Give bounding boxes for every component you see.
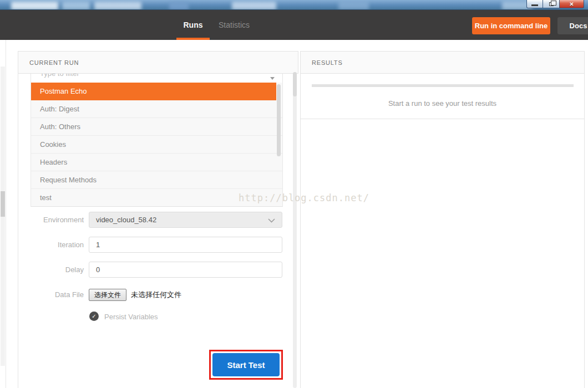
persist-variables-label: Persist Variables — [104, 313, 158, 321]
collection-item-label: Postman Echo — [40, 87, 87, 95]
results-section-divider — [301, 119, 584, 119]
collection-list-item[interactable]: Auth: Digest — [31, 100, 282, 118]
run-in-command-line-button[interactable]: Run in command line — [472, 17, 550, 34]
data-file-label: Data File — [18, 290, 84, 299]
close-button[interactable]: ✕ — [560, 0, 584, 8]
iteration-label: Iteration — [18, 241, 84, 249]
environment-label: Environment — [18, 216, 84, 224]
collection-list-item[interactable]: Postman Echo — [31, 83, 276, 100]
collection-list-scrollbar-thumb[interactable] — [277, 84, 281, 156]
collection-list-item[interactable]: Cookies — [31, 136, 282, 154]
persist-variables-checkbox[interactable]: ✓ — [89, 312, 99, 321]
data-file-row: 选择文件 未选择任何文件 — [89, 289, 181, 301]
restore-icon — [549, 2, 554, 6]
restore-button[interactable] — [543, 0, 560, 8]
window-controls: ✕ — [526, 0, 584, 8]
panel-scrollbar-thumb[interactable] — [293, 72, 297, 96]
tab-statistics[interactable]: Statistics — [215, 10, 253, 40]
collection-list-item[interactable]: Auth: Others — [31, 118, 282, 136]
collection-list-item[interactable]: Headers — [31, 154, 282, 171]
collection-filter-placeholder: Type to filter — [31, 74, 282, 82]
collection-list-item[interactable]: Request Methods — [31, 171, 282, 189]
environment-value: video_cloud_58.42 — [96, 216, 156, 224]
chevron-down-icon — [268, 218, 275, 223]
page-left-edge — [0, 40, 6, 388]
collection-item-label: Auth: Others — [40, 122, 80, 131]
results-empty-message: Start a run to see your test results — [301, 99, 584, 108]
file-status-text: 未选择任何文件 — [131, 290, 181, 300]
blurred-browser-tab — [169, 2, 189, 10]
collection-filter-input[interactable]: Type to filter — [31, 74, 283, 83]
results-progress-bar — [312, 84, 574, 87]
csdn-watermark: http://blog.csdn.net/ — [239, 192, 369, 203]
blurred-browser-tab — [62, 2, 90, 10]
collection-item-label: Cookies — [40, 140, 66, 149]
collection-item-label: Auth: Digest — [40, 105, 79, 113]
close-icon: ✕ — [569, 1, 574, 7]
browser-titlebar: ✕ — [0, 0, 588, 10]
docs-button[interactable]: Docs — [557, 17, 588, 34]
page-left-divider — [6, 40, 6, 388]
page-scrollbar-thumb[interactable] — [1, 191, 5, 217]
blurred-browser-tab — [94, 2, 141, 10]
start-test-highlight-box: Start Test — [209, 350, 283, 380]
iteration-input[interactable] — [89, 237, 282, 253]
blurred-browser-tab — [232, 2, 276, 10]
results-panel-title: RESULTS — [300, 51, 585, 74]
blurred-browser-tab — [11, 2, 58, 10]
app-header: Runs Statistics Run in command line Docs — [0, 10, 588, 40]
collection-item-label: Headers — [40, 158, 67, 166]
blurred-browser-tab — [338, 2, 369, 10]
check-icon: ✓ — [92, 313, 96, 319]
results-panel-border-right — [584, 51, 585, 388]
collection-item-label: test — [40, 193, 52, 202]
delay-input[interactable] — [89, 262, 282, 278]
collection-list: Postman Echo Auth: Digest Auth: Others C… — [31, 83, 283, 207]
environment-select[interactable]: video_cloud_58.42 — [89, 212, 282, 228]
minimize-icon — [531, 4, 538, 6]
minimize-button[interactable] — [526, 0, 543, 8]
current-run-panel-title: CURRENT RUN — [18, 51, 298, 74]
delay-label: Delay — [18, 266, 84, 274]
tab-runs[interactable]: Runs — [176, 10, 210, 40]
chevron-down-icon[interactable] — [270, 77, 275, 80]
start-test-button[interactable]: Start Test — [212, 353, 280, 376]
collection-item-label: Request Methods — [40, 176, 97, 184]
panel-scrollbar-track[interactable] — [293, 72, 297, 388]
choose-file-button[interactable]: 选择文件 — [89, 289, 126, 301]
